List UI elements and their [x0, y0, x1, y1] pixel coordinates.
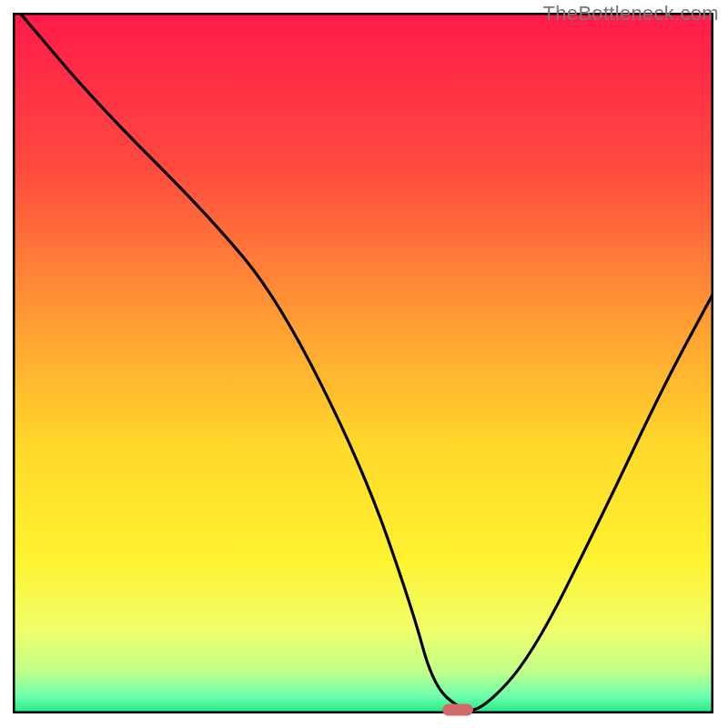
watermark-text: TheBottleneck.com: [543, 2, 719, 25]
bottleneck-chart: TheBottleneck.com: [0, 0, 728, 728]
gradient-background: [13, 13, 713, 713]
chart-svg: [13, 13, 713, 713]
optimal-marker: [442, 704, 473, 716]
